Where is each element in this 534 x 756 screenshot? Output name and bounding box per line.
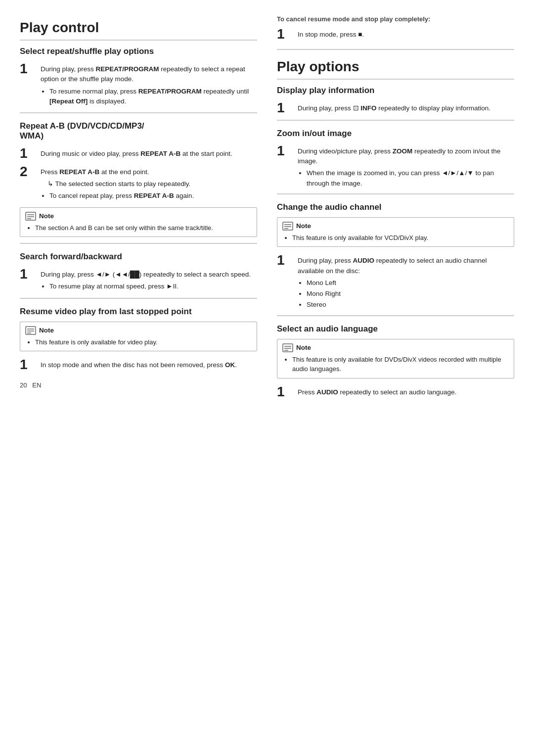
note-item: The section A and B can be set only with…: [35, 223, 251, 233]
step-number: 1: [20, 267, 38, 282]
page-number: 20: [20, 381, 27, 389]
main-divider: [20, 40, 257, 41]
step-row: 1 During video/picture play, press ZOOM …: [277, 143, 514, 189]
note-content: The section A and B can be set only with…: [35, 223, 251, 233]
step-block: 1 During play, press REPEAT/PROGRAM repe…: [20, 61, 257, 107]
step-block: 1 During music or video play, press REPE…: [20, 146, 257, 202]
step-number: 1: [277, 143, 295, 159]
audio-lang-title: Select an audio language: [277, 324, 514, 334]
zoom-section: Zoom in/out image 1 During video/picture…: [277, 129, 514, 194]
step-text: In stop mode and when the disc has not b…: [41, 357, 237, 370]
bullet-list: ↳ The selected section starts to play re…: [41, 179, 194, 189]
bullet-item: To cancel repeat play, press REPEAT A-B …: [49, 191, 194, 201]
note-item: This feature is only available for DVDs/…: [292, 355, 508, 374]
step-text: During play, press REPEAT/PROGRAM repeat…: [41, 61, 257, 107]
step-number: 1: [277, 384, 295, 400]
note-content: This feature is only available for VCD/D…: [292, 233, 508, 243]
step-row: 1 Press AUDIO repeatedly to select an au…: [277, 384, 514, 400]
step-text: In stop mode, press ■.: [298, 27, 364, 40]
page-lang: EN: [32, 381, 41, 389]
right-main-title: Play options: [277, 59, 514, 75]
step-row: 2 Press REPEAT A-B at the end point. ↳ T…: [20, 164, 257, 202]
step-text: During play, press AUDIO repeatedly to s…: [298, 253, 514, 311]
search-section: Search forward/backward 1 During play, p…: [20, 252, 257, 299]
main-divider: [277, 79, 514, 80]
note-icon: [25, 212, 36, 221]
bullet-list: Mono Left Mono Right Stereo: [307, 278, 514, 310]
cancel-note-label: To cancel resume mode and stop play comp…: [277, 15, 514, 24]
resume-title: Resume video play from last stopped poin…: [20, 307, 257, 317]
bullet-item: Stereo: [307, 300, 514, 310]
bullet-list: To cancel repeat play, press REPEAT A-B …: [49, 191, 194, 201]
select-repeat-section: Select repeat/shuffle play options 1 Dur…: [20, 47, 257, 113]
note-box: Note This feature is only available for …: [20, 322, 257, 352]
subsection-divider: [20, 298, 257, 299]
section-divider: [277, 49, 514, 50]
audio-lang-section: Select an audio language Note This fea: [277, 324, 514, 400]
bullet-item: To resume play at normal speed, press ►I…: [49, 282, 251, 291]
note-icon: [282, 343, 293, 352]
step-row: 1 In stop mode and when the disc has not…: [20, 357, 257, 373]
repeat-ab-title: Repeat A-B (DVD/VCD/CD/MP3/WMA): [20, 121, 257, 141]
page-footer: 20 EN: [20, 381, 257, 389]
resume-section: Resume video play from last stopped poin…: [20, 307, 257, 373]
display-info-title: Display play information: [277, 86, 514, 95]
note-label: Note: [296, 344, 311, 351]
step-block: 1 During play, press ◄/► (◄◄/██) repeate…: [20, 267, 257, 293]
step-text: Press AUDIO repeatedly to select an audi…: [298, 384, 456, 397]
right-column: To cancel resume mode and stop play comp…: [277, 15, 514, 407]
bullet-list: When the image is zoomed in, you can pre…: [307, 168, 514, 189]
note-icon: [282, 222, 293, 231]
note-header: Note: [282, 343, 508, 352]
step-number: 1: [277, 100, 295, 116]
left-main-title: Play control: [20, 20, 257, 36]
bullet-item: Mono Right: [307, 289, 514, 299]
bullet-item: When the image is zoomed in, you can pre…: [307, 168, 514, 189]
step-number: 1: [277, 253, 295, 268]
bullet-item: Mono Left: [307, 278, 514, 288]
step-number: 1: [20, 61, 38, 77]
note-header: Note: [25, 326, 251, 335]
bullet-item: To resume normal play, press REPEAT/PROG…: [49, 87, 257, 107]
note-item: This feature is only available for VCD/D…: [292, 233, 508, 243]
step-text: During video/picture play, press ZOOM re…: [298, 143, 514, 189]
note-label: Note: [39, 327, 54, 334]
note-box: Note The section A and B can be set only…: [20, 207, 257, 237]
note-box: Note This feature is only available for …: [277, 217, 514, 247]
audio-channel-section: Change the audio channel Note This fea: [277, 202, 514, 316]
subsection-divider: [277, 315, 514, 316]
bullet-list: To resume play at normal speed, press ►I…: [49, 282, 251, 291]
left-column: Play control Select repeat/shuffle play …: [20, 15, 257, 407]
step-text: During music or video play, press REPEAT…: [41, 146, 232, 159]
step-number: 2: [20, 164, 38, 180]
note-header: Note: [25, 212, 251, 221]
repeat-ab-section: Repeat A-B (DVD/VCD/CD/MP3/WMA) 1 During…: [20, 121, 257, 244]
note-item: This feature is only available for video…: [35, 337, 251, 347]
step-text: Press REPEAT A-B at the end point. ↳ The…: [41, 164, 194, 202]
note-content: This feature is only available for video…: [35, 337, 251, 347]
step-text: During play, press ⊡ INFO repeatedly to …: [298, 100, 490, 113]
bullet-list: To resume normal play, press REPEAT/PROG…: [49, 87, 257, 107]
subsection-divider: [277, 193, 514, 194]
cancel-note-block: To cancel resume mode and stop play comp…: [277, 15, 514, 50]
search-title: Search forward/backward: [20, 252, 257, 262]
step-number: 1: [277, 27, 295, 42]
audio-channel-title: Change the audio channel: [277, 202, 514, 212]
zoom-title: Zoom in/out image: [277, 129, 514, 139]
display-info-section: Display play information 1 During play, …: [277, 86, 514, 121]
subsection-divider: [277, 120, 514, 121]
step-text: During play, press ◄/► (◄◄/██) repeatedl…: [41, 267, 251, 293]
note-icon: [25, 326, 36, 335]
note-label: Note: [296, 222, 311, 230]
select-repeat-title: Select repeat/shuffle play options: [20, 47, 257, 56]
step-row: 1 In stop mode, press ■.: [277, 27, 514, 42]
note-box: Note This feature is only available for …: [277, 339, 514, 378]
step-row: 1 During play, press AUDIO repeatedly to…: [277, 253, 514, 311]
step-row: 1 During play, press ⊡ INFO repeatedly t…: [277, 100, 514, 116]
step-row: 1 During play, press ◄/► (◄◄/██) repeate…: [20, 267, 257, 293]
subsection-divider: [20, 243, 257, 244]
note-label: Note: [39, 212, 54, 220]
arrow-bullet: ↳ The selected section starts to play re…: [41, 179, 194, 189]
note-content: This feature is only available for DVDs/…: [292, 355, 508, 374]
step-number: 1: [20, 146, 38, 161]
